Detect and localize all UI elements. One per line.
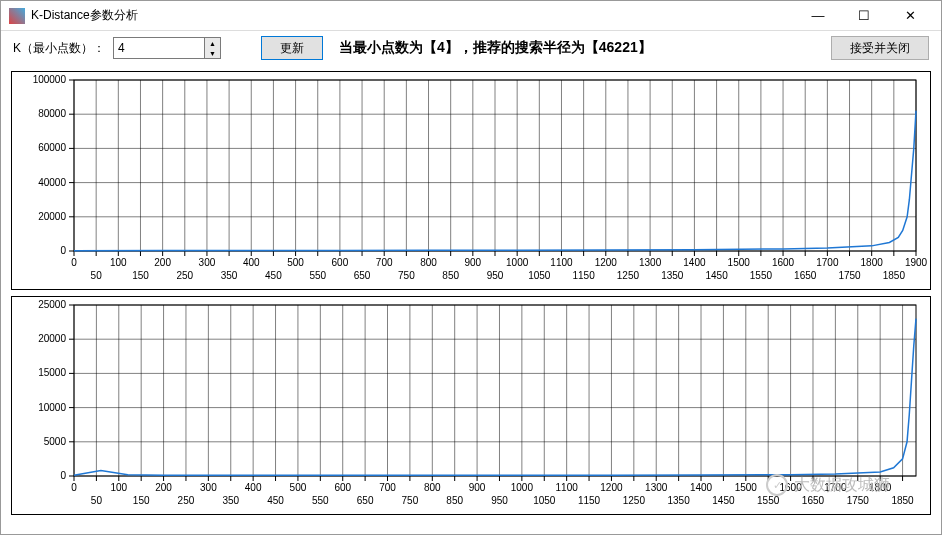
svg-text:1000: 1000 bbox=[506, 257, 529, 268]
svg-text:1300: 1300 bbox=[645, 482, 668, 493]
svg-text:50: 50 bbox=[91, 495, 103, 506]
svg-text:1350: 1350 bbox=[661, 270, 684, 281]
svg-text:1050: 1050 bbox=[533, 495, 556, 506]
svg-text:400: 400 bbox=[245, 482, 262, 493]
svg-text:300: 300 bbox=[199, 257, 216, 268]
k-label: K（最小点数）： bbox=[13, 40, 105, 57]
svg-text:50: 50 bbox=[91, 270, 103, 281]
svg-text:600: 600 bbox=[332, 257, 349, 268]
titlebar: K-Distance参数分析 — ☐ ✕ bbox=[1, 1, 941, 31]
svg-text:700: 700 bbox=[379, 482, 396, 493]
svg-text:900: 900 bbox=[469, 482, 486, 493]
svg-text:500: 500 bbox=[287, 257, 304, 268]
svg-text:350: 350 bbox=[222, 495, 239, 506]
svg-text:1300: 1300 bbox=[639, 257, 662, 268]
maximize-button[interactable]: ☐ bbox=[841, 2, 887, 30]
svg-text:25000: 25000 bbox=[38, 299, 66, 310]
svg-rect-136 bbox=[74, 305, 916, 476]
svg-text:600: 600 bbox=[334, 482, 351, 493]
svg-text:100: 100 bbox=[110, 257, 127, 268]
svg-text:750: 750 bbox=[398, 270, 415, 281]
svg-text:200: 200 bbox=[155, 482, 172, 493]
svg-text:500: 500 bbox=[290, 482, 307, 493]
svg-text:100000: 100000 bbox=[33, 74, 67, 85]
svg-text:1750: 1750 bbox=[838, 270, 861, 281]
svg-text:400: 400 bbox=[243, 257, 260, 268]
svg-text:1500: 1500 bbox=[735, 482, 758, 493]
svg-text:950: 950 bbox=[487, 270, 504, 281]
svg-text:100: 100 bbox=[110, 482, 127, 493]
svg-text:1900: 1900 bbox=[905, 257, 928, 268]
svg-text:1850: 1850 bbox=[883, 270, 906, 281]
chart-top: 0200004000060000800001000000100200300400… bbox=[11, 71, 931, 290]
svg-text:1200: 1200 bbox=[600, 482, 623, 493]
svg-text:1450: 1450 bbox=[705, 270, 728, 281]
svg-text:1550: 1550 bbox=[757, 495, 780, 506]
svg-text:1600: 1600 bbox=[779, 482, 802, 493]
window-title: K-Distance参数分析 bbox=[31, 7, 795, 24]
spin-down-icon[interactable]: ▼ bbox=[205, 48, 220, 58]
recommendation-text: 当最小点数为【4】，推荐的搜索半径为【46221】 bbox=[339, 39, 652, 57]
svg-text:850: 850 bbox=[442, 270, 459, 281]
svg-text:900: 900 bbox=[464, 257, 481, 268]
svg-text:150: 150 bbox=[132, 270, 149, 281]
svg-text:700: 700 bbox=[376, 257, 393, 268]
spin-up-icon[interactable]: ▲ bbox=[205, 38, 220, 48]
svg-text:1600: 1600 bbox=[772, 257, 795, 268]
svg-text:5000: 5000 bbox=[44, 436, 67, 447]
svg-text:550: 550 bbox=[312, 495, 329, 506]
svg-text:1500: 1500 bbox=[728, 257, 751, 268]
svg-text:1450: 1450 bbox=[712, 495, 735, 506]
svg-text:1100: 1100 bbox=[556, 482, 579, 493]
svg-text:1200: 1200 bbox=[595, 257, 618, 268]
svg-text:1000: 1000 bbox=[511, 482, 534, 493]
chart-area: 0200004000060000800001000000100200300400… bbox=[1, 65, 941, 525]
svg-text:1400: 1400 bbox=[690, 482, 713, 493]
svg-text:1350: 1350 bbox=[668, 495, 691, 506]
svg-text:0: 0 bbox=[71, 482, 77, 493]
svg-text:15000: 15000 bbox=[38, 367, 66, 378]
svg-text:0: 0 bbox=[71, 257, 77, 268]
svg-text:1150: 1150 bbox=[578, 495, 601, 506]
svg-text:1250: 1250 bbox=[623, 495, 646, 506]
svg-text:1800: 1800 bbox=[861, 257, 884, 268]
svg-text:750: 750 bbox=[402, 495, 419, 506]
minimize-button[interactable]: — bbox=[795, 2, 841, 30]
svg-text:650: 650 bbox=[357, 495, 374, 506]
accept-close-button[interactable]: 接受并关闭 bbox=[831, 36, 929, 60]
toolbar: K（最小点数）： ▲ ▼ 更新 当最小点数为【4】，推荐的搜索半径为【46221… bbox=[1, 31, 941, 65]
svg-text:800: 800 bbox=[420, 257, 437, 268]
svg-text:150: 150 bbox=[133, 495, 150, 506]
svg-text:1850: 1850 bbox=[891, 495, 914, 506]
svg-text:650: 650 bbox=[354, 270, 371, 281]
svg-text:80000: 80000 bbox=[38, 108, 66, 119]
svg-text:1650: 1650 bbox=[794, 270, 817, 281]
svg-text:0: 0 bbox=[60, 245, 66, 256]
svg-text:20000: 20000 bbox=[38, 211, 66, 222]
svg-text:950: 950 bbox=[491, 495, 508, 506]
svg-text:550: 550 bbox=[309, 270, 326, 281]
svg-text:1750: 1750 bbox=[847, 495, 870, 506]
svg-text:1050: 1050 bbox=[528, 270, 551, 281]
svg-text:1250: 1250 bbox=[617, 270, 640, 281]
svg-text:450: 450 bbox=[267, 495, 284, 506]
svg-text:850: 850 bbox=[446, 495, 463, 506]
k-input[interactable] bbox=[114, 38, 204, 58]
svg-text:1400: 1400 bbox=[683, 257, 706, 268]
window-controls: — ☐ ✕ bbox=[795, 2, 933, 30]
svg-text:60000: 60000 bbox=[38, 142, 66, 153]
svg-text:350: 350 bbox=[221, 270, 238, 281]
k-spinner[interactable]: ▲ ▼ bbox=[113, 37, 221, 59]
svg-text:450: 450 bbox=[265, 270, 282, 281]
svg-text:10000: 10000 bbox=[38, 402, 66, 413]
chart-bottom: 0500010000150002000025000010020030040050… bbox=[11, 296, 931, 515]
svg-text:1700: 1700 bbox=[816, 257, 839, 268]
svg-text:1800: 1800 bbox=[869, 482, 892, 493]
close-button[interactable]: ✕ bbox=[887, 2, 933, 30]
svg-text:200: 200 bbox=[154, 257, 171, 268]
update-button[interactable]: 更新 bbox=[261, 36, 323, 60]
svg-text:250: 250 bbox=[178, 495, 195, 506]
svg-text:1700: 1700 bbox=[824, 482, 847, 493]
svg-text:300: 300 bbox=[200, 482, 217, 493]
svg-text:800: 800 bbox=[424, 482, 441, 493]
